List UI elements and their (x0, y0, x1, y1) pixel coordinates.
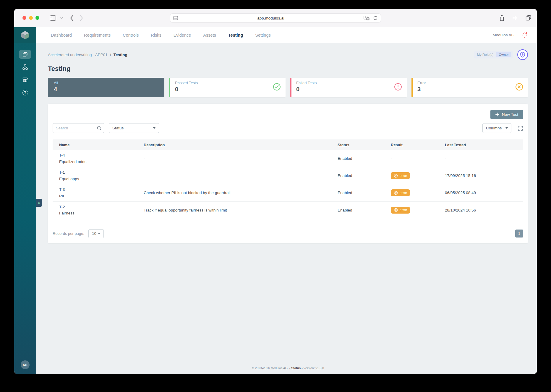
sitemap-icon (22, 64, 28, 70)
stat-label: Error (417, 81, 523, 85)
column-header-status[interactable]: Status (335, 139, 388, 150)
nav-item-requirements[interactable]: Requirements (84, 33, 111, 38)
test-id: T-2 (59, 204, 139, 210)
test-status: Enabled (335, 184, 388, 201)
app-navbar: Dashboard Requirements Controls Risks Ev… (36, 27, 537, 43)
search-icon (97, 126, 102, 132)
translate-icon[interactable] (364, 16, 370, 20)
tests-panel: New Test Status (48, 104, 528, 243)
browser-sidebar-toggle-icon[interactable] (50, 15, 56, 21)
column-header-last-tested[interactable]: Last Tested (443, 139, 523, 150)
breadcrumb-parent-link[interactable]: Accelerated underwriting - APP01 (48, 53, 108, 57)
org-name[interactable]: Modulos AG (492, 33, 514, 37)
back-button-icon[interactable] (70, 15, 73, 21)
projects-icon (22, 51, 28, 57)
shield-icon (520, 52, 525, 58)
tab-overview-icon[interactable] (525, 15, 531, 21)
test-id: T-4 (59, 152, 139, 159)
notifications-bell-icon[interactable] (521, 32, 528, 38)
table-row[interactable]: T-2Fairness Track if equal opportunity f… (53, 201, 523, 219)
x-circle-icon (394, 174, 398, 178)
minimize-window-button[interactable] (29, 16, 33, 20)
stats-row: All 4 Passed Tests 0 (48, 78, 528, 97)
sidebar-item-marketplace[interactable] (19, 75, 31, 84)
x-circle-icon (394, 191, 398, 195)
stat-card-failed[interactable]: Failed Tests 0 (290, 78, 407, 97)
column-header-description[interactable]: Description (141, 139, 335, 150)
test-id: T-3 (59, 186, 139, 193)
breadcrumb: Accelerated underwriting - APP01 / Testi… (48, 49, 528, 60)
stat-label: Passed Tests (175, 81, 281, 85)
breadcrumb-current: Testing (114, 53, 127, 57)
forward-button-icon[interactable] (80, 15, 83, 21)
table-row[interactable]: T-1Equal opps - Enabled error 17/09/202 (53, 167, 523, 184)
column-header-result[interactable]: Result (388, 139, 443, 150)
app-footer: © 2023-2026 Modulos AG. - Status - Versi… (48, 366, 528, 374)
test-last-tested: 28/10/2024 10:56 (443, 201, 523, 219)
page-1-button[interactable]: 1 (515, 230, 523, 238)
sidebar-item-workflows[interactable] (19, 63, 31, 71)
columns-select[interactable]: Columns (482, 123, 511, 133)
stat-value: 0 (296, 86, 402, 93)
new-tab-icon[interactable] (512, 15, 518, 21)
test-name: Fairness (59, 210, 139, 217)
my-roles-pill: My Role(s) Owner (474, 51, 513, 58)
stat-card-all[interactable]: All 4 (48, 78, 164, 97)
test-last-tested: 17/09/2025 15:16 (443, 167, 523, 184)
caret-down-icon (505, 127, 508, 129)
error-badge: error (391, 172, 410, 179)
user-avatar[interactable]: KS (21, 360, 30, 369)
address-bar[interactable]: app.modulos.ai (170, 13, 381, 23)
app-logo[interactable] (14, 27, 36, 43)
nav-item-dashboard[interactable]: Dashboard (51, 33, 72, 38)
test-last-tested: 06/05/2025 08:49 (443, 184, 523, 201)
fullscreen-icon[interactable] (517, 125, 523, 131)
governance-badge-button[interactable] (517, 49, 528, 60)
sidebar-item-projects[interactable] (19, 50, 31, 59)
plus-icon (495, 113, 499, 116)
stat-card-passed[interactable]: Passed Tests 0 (169, 78, 286, 97)
x-circle-icon (394, 208, 398, 212)
footer-status-link[interactable]: Status (291, 366, 301, 370)
reload-icon[interactable] (373, 16, 378, 20)
test-result: - (388, 150, 443, 167)
close-window-button[interactable] (22, 16, 26, 20)
chevron-down-icon[interactable] (60, 17, 63, 19)
browser-window: app.modulos.ai (14, 9, 537, 374)
zoom-window-button[interactable] (35, 16, 39, 20)
storefront-icon (22, 77, 28, 83)
stat-card-error[interactable]: Error 3 (411, 78, 528, 97)
table-row[interactable]: T-4Equalized odds - Enabled - - (53, 150, 523, 167)
expand-chevrons-icon: » (38, 201, 40, 205)
search-input[interactable] (53, 123, 104, 133)
page-settings-icon[interactable] (173, 16, 178, 20)
test-name: Equal opps (59, 176, 139, 182)
nav-item-assets[interactable]: Assets (203, 33, 216, 38)
records-per-page-select[interactable]: 10 (88, 229, 104, 238)
expand-sidebar-button[interactable]: » (36, 199, 42, 207)
status-filter-select[interactable]: Status (109, 123, 159, 133)
url-text[interactable]: app.modulos.ai (178, 16, 364, 20)
table-row[interactable]: T-3PII Check whether PII is not blocked … (53, 184, 523, 201)
test-status: Enabled (335, 150, 388, 167)
stat-value: 4 (54, 86, 160, 93)
error-badge: error (391, 189, 410, 196)
app-sidebar: ? » KS (14, 27, 36, 374)
column-header-name[interactable]: Name (53, 139, 141, 150)
new-test-button[interactable]: New Test (490, 110, 523, 119)
share-icon[interactable] (499, 15, 505, 21)
tests-table: Name Description Status Result Last Test… (53, 139, 523, 219)
error-badge: error (391, 207, 410, 214)
test-id: T-1 (59, 169, 139, 176)
stat-value: 0 (175, 86, 281, 93)
stat-value: 3 (417, 86, 523, 93)
sidebar-item-help[interactable]: ? (19, 88, 31, 97)
nav-item-evidence[interactable]: Evidence (174, 33, 191, 38)
nav-item-risks[interactable]: Risks (151, 33, 161, 38)
role-badge: Owner (496, 52, 511, 57)
caret-down-icon (98, 233, 100, 234)
nav-item-settings[interactable]: Settings (255, 33, 270, 38)
test-description: Track if equal opportunity fairness is w… (141, 201, 335, 219)
nav-item-testing[interactable]: Testing (228, 33, 243, 38)
nav-item-controls[interactable]: Controls (123, 33, 139, 38)
